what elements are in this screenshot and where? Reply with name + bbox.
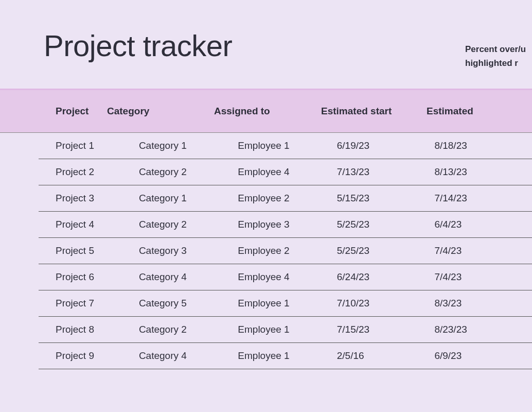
- header-category: Category: [107, 106, 214, 117]
- header-project: Project: [0, 106, 107, 117]
- cell-start: 7/15/23: [337, 324, 435, 335]
- cell-start: 2/5/16: [337, 350, 435, 362]
- table-row: Project 7 Category 5 Employee 1 7/10/23 …: [39, 290, 532, 317]
- cell-project: Project 1: [39, 140, 139, 151]
- cell-finish: 8/23/23: [434, 324, 532, 335]
- table-row: Project 8 Category 2 Employee 1 7/15/23 …: [39, 317, 532, 343]
- cell-finish: 8/3/23: [434, 298, 532, 309]
- cell-project: Project 3: [39, 193, 139, 204]
- cell-finish: 8/13/23: [434, 166, 532, 178]
- cell-assigned: Employee 1: [238, 140, 336, 151]
- cell-finish: 6/4/23: [434, 219, 532, 230]
- table-body: Project 1 Category 1 Employee 1 6/19/23 …: [0, 133, 532, 369]
- note-line2: highlighted r: [465, 56, 532, 70]
- table-row: Project 1 Category 1 Employee 1 6/19/23 …: [39, 133, 532, 159]
- header-estimated-start: Estimated start: [321, 106, 427, 117]
- cell-category: Category 1: [139, 140, 238, 151]
- cell-assigned: Employee 4: [238, 166, 336, 178]
- project-table: Project Category Assigned to Estimated s…: [0, 89, 532, 369]
- cell-finish: 6/9/23: [434, 350, 532, 362]
- header-assigned: Assigned to: [214, 106, 321, 117]
- cell-project: Project 5: [39, 245, 139, 256]
- table-row: Project 4 Category 2 Employee 3 5/25/23 …: [39, 212, 532, 238]
- cell-project: Project 4: [39, 219, 139, 230]
- table-row: Project 6 Category 4 Employee 4 6/24/23 …: [39, 264, 532, 290]
- note-line1: Percent over/u: [465, 42, 532, 56]
- cell-project: Project 8: [39, 324, 139, 335]
- cell-start: 6/24/23: [337, 271, 435, 283]
- cell-start: 5/25/23: [337, 245, 435, 256]
- cell-project: Project 2: [39, 166, 139, 178]
- table-row: Project 5 Category 3 Employee 2 5/25/23 …: [39, 238, 532, 264]
- cell-start: 7/13/23: [337, 166, 435, 178]
- cell-assigned: Employee 1: [238, 324, 336, 335]
- cell-assigned: Employee 1: [238, 350, 336, 362]
- cell-start: 6/19/23: [337, 140, 435, 151]
- table-row: Project 9 Category 4 Employee 1 2/5/16 6…: [39, 343, 532, 369]
- cell-finish: 8/18/23: [434, 140, 532, 151]
- table-header-row: Project Category Assigned to Estimated s…: [0, 89, 532, 133]
- cell-category: Category 1: [139, 193, 238, 204]
- cell-category: Category 2: [139, 219, 238, 230]
- cell-category: Category 3: [139, 245, 238, 256]
- cell-project: Project 7: [39, 298, 139, 309]
- cell-project: Project 9: [39, 350, 139, 362]
- cell-assigned: Employee 2: [238, 193, 336, 204]
- cell-assigned: Employee 1: [238, 298, 336, 309]
- cell-assigned: Employee 3: [238, 219, 336, 230]
- cell-category: Category 4: [139, 350, 238, 362]
- cell-start: 5/25/23: [337, 219, 435, 230]
- header-note: Percent over/u highlighted r: [465, 42, 532, 70]
- header-estimated-finish: Estimated: [427, 106, 532, 117]
- cell-start: 5/15/23: [337, 193, 435, 204]
- cell-category: Category 4: [139, 271, 238, 283]
- table-row: Project 2 Category 2 Employee 4 7/13/23 …: [39, 159, 532, 185]
- cell-finish: 7/4/23: [434, 271, 532, 283]
- cell-finish: 7/4/23: [434, 245, 532, 256]
- cell-project: Project 6: [39, 271, 139, 283]
- cell-assigned: Employee 4: [238, 271, 336, 283]
- cell-finish: 7/14/23: [434, 193, 532, 204]
- cell-category: Category 2: [139, 324, 238, 335]
- cell-category: Category 5: [139, 298, 238, 309]
- page-title: Project tracker: [44, 28, 532, 63]
- cell-category: Category 2: [139, 166, 238, 178]
- table-row: Project 3 Category 1 Employee 2 5/15/23 …: [39, 185, 532, 212]
- cell-assigned: Employee 2: [238, 245, 336, 256]
- cell-start: 7/10/23: [337, 298, 435, 309]
